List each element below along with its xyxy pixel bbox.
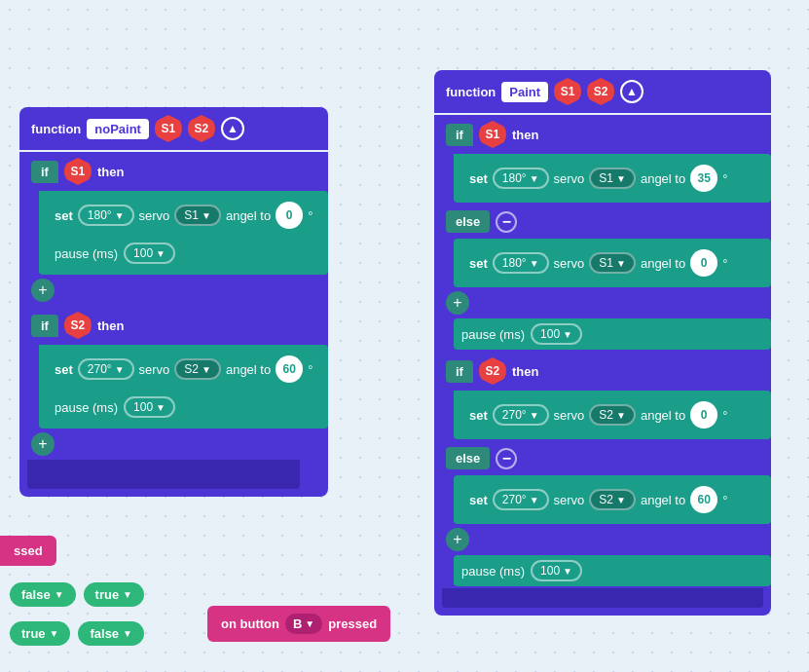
- right-if1-else-row: else −: [434, 205, 771, 239]
- left-if2-servo-dropdown[interactable]: S2 ▼: [174, 358, 221, 380]
- right-if1-else-set-kw: set: [469, 256, 488, 271]
- right-if2-section: if S2 then set 270° ▼ servo S2 ▼ angel: [434, 352, 771, 524]
- right-if1-row: if S1 then: [434, 115, 771, 154]
- right-if2-else-angel-label: angel to: [641, 493, 685, 507]
- left-if2-degree-dropdown[interactable]: 270° ▼: [78, 358, 134, 380]
- right-if2-else-row: else −: [434, 441, 771, 475]
- right-if1-param: S1: [479, 121, 506, 148]
- right-if2-else-set-row: set 270° ▼ servo S2 ▼ angel to 60 °: [461, 481, 763, 518]
- right-fn-name: Paint: [501, 82, 548, 102]
- right-if2-then-value[interactable]: 0: [690, 401, 717, 429]
- left-if1-servo-dropdown[interactable]: S1 ▼: [174, 205, 221, 226]
- left-if2-angel-label: angel to: [226, 362, 271, 377]
- right-fn-collapse-icon: ▲: [626, 85, 638, 98]
- left-if2-pause-dropdown[interactable]: 100 ▼: [124, 396, 175, 418]
- right-if1-then-set-row: set 180° ▼ servo S1 ▼ angel to 35 °: [461, 160, 763, 197]
- left-if1-row: if S1 then: [19, 152, 328, 191]
- true-caret-1: ▼: [123, 589, 132, 600]
- right-if1-then: then: [512, 128, 538, 142]
- left-if1-set-row: set 180° ▼ servo S1 ▼ angel to 0 °: [47, 197, 320, 234]
- on-button-b-label: B: [293, 616, 302, 631]
- right-if1-degree-caret: ▼: [530, 173, 539, 184]
- right-fn-collapse-btn[interactable]: ▲: [620, 80, 644, 103]
- pressed-partial-text: ssed: [14, 543, 43, 558]
- right-if1-else-servo-dropdown[interactable]: S1 ▼: [589, 252, 636, 274]
- right-fn-header: function Paint S1 S2 ▲: [434, 70, 771, 113]
- left-if1-servo-caret: ▼: [202, 210, 211, 221]
- left-if1-unit: °: [308, 208, 313, 223]
- right-if1-else-degree-dropdown[interactable]: 180° ▼: [493, 252, 549, 274]
- left-if1-value[interactable]: 0: [276, 202, 303, 229]
- right-if1-angel-label: angel to: [641, 171, 685, 186]
- right-fn-param-s1: S1: [554, 78, 581, 105]
- left-if1-keyword: if: [31, 161, 58, 183]
- right-pause1-label: pause (ms): [461, 327, 525, 342]
- right-if2-set-kw: set: [469, 408, 488, 423]
- right-if2-servo-dropdown[interactable]: S2 ▼: [589, 404, 636, 426]
- left-function-block: function noPaint S1 S2 ▲ if S1 then set …: [19, 107, 328, 497]
- right-pause1-dropdown[interactable]: 100 ▼: [531, 323, 582, 345]
- on-button-inner[interactable]: on button B ▼ pressed: [207, 606, 390, 642]
- on-button-pressed-label: pressed: [328, 616, 377, 631]
- right-pause1-caret: ▼: [563, 329, 572, 340]
- left-if1-pause-caret: ▼: [156, 248, 165, 259]
- true-block-1[interactable]: true ▼: [84, 582, 144, 607]
- right-if2-else-degree-dropdown[interactable]: 270° ▼: [493, 489, 549, 510]
- left-if2-set-row: set 270° ▼ servo S2 ▼ angel to 60 °: [47, 351, 320, 388]
- right-if1-else-servo-caret: ▼: [616, 258, 626, 269]
- false-caret-1: ▼: [55, 589, 64, 600]
- pressed-partial-block: ssed: [0, 536, 56, 566]
- right-plus-btn-1[interactable]: +: [446, 291, 469, 315]
- left-fn-collapse-btn[interactable]: ▲: [221, 117, 244, 140]
- right-if2-minus-btn[interactable]: −: [496, 448, 517, 469]
- right-if1-else-degree-caret: ▼: [530, 258, 539, 269]
- left-if2-value[interactable]: 60: [276, 355, 303, 383]
- right-if2-servo-label: servo: [554, 408, 585, 423]
- left-fn-param-s2: S2: [188, 115, 215, 142]
- right-fn-label: function: [446, 85, 496, 99]
- right-if2-else-servo-dropdown[interactable]: S2 ▼: [589, 489, 636, 510]
- right-if1-minus-btn[interactable]: −: [496, 211, 517, 233]
- false-label-2: false: [90, 626, 119, 641]
- left-if1-pause-label: pause (ms): [55, 246, 118, 261]
- right-fn-footer: [442, 588, 763, 608]
- false-block-2[interactable]: false ▼: [78, 621, 144, 646]
- false-block-1[interactable]: false ▼: [10, 582, 76, 607]
- right-if2-else-degree-caret: ▼: [530, 495, 539, 505]
- right-pause2-dropdown[interactable]: 100 ▼: [531, 560, 582, 581]
- left-fn-name: noPaint: [87, 119, 149, 139]
- left-if1-pause-row: pause (ms) 100 ▼: [47, 238, 320, 269]
- left-if2-pause-caret: ▼: [156, 402, 165, 413]
- left-plus-btn-2[interactable]: +: [31, 432, 55, 456]
- left-if2-content: set 270° ▼ servo S2 ▼ angel to 60 ° paus: [39, 345, 328, 429]
- right-if1-degree-dropdown[interactable]: 180° ▼: [493, 168, 549, 189]
- right-if1-section: if S1 then set 180° ▼ servo S1 ▼ angel: [434, 115, 771, 287]
- true-block-2[interactable]: true ▼: [10, 621, 70, 646]
- right-if1-else-value[interactable]: 0: [690, 249, 717, 277]
- right-if1-else-angel-label: angel to: [641, 256, 685, 271]
- left-fn-label: function: [31, 122, 81, 136]
- right-if1-then-content: set 180° ▼ servo S1 ▼ angel to 35 °: [454, 154, 771, 203]
- left-plus-btn-1[interactable]: +: [31, 279, 55, 302]
- left-if1-pause-dropdown[interactable]: 100 ▼: [124, 243, 175, 264]
- left-if2-then: then: [97, 318, 124, 333]
- on-button-b-dropdown[interactable]: B ▼: [285, 614, 322, 634]
- right-if1-else-kw: else: [446, 210, 490, 233]
- left-if1-content: set 180° ▼ servo S1 ▼ angel to 0 °: [39, 191, 328, 275]
- right-if2-else-value[interactable]: 60: [690, 486, 717, 513]
- right-if2-degree-dropdown[interactable]: 270° ▼: [493, 404, 549, 426]
- right-if2-degree-caret: ▼: [530, 410, 539, 421]
- right-if1-else-unit: °: [722, 256, 727, 271]
- right-if2-keyword: if: [446, 360, 473, 383]
- right-if1-then-value[interactable]: 35: [690, 165, 717, 192]
- right-plus-btn-2[interactable]: +: [446, 528, 469, 551]
- right-if2-else-content: set 270° ▼ servo S2 ▼ angel to 60 °: [454, 475, 771, 524]
- right-if2-angel-label: angel to: [641, 408, 685, 423]
- right-if2-else-servo-caret: ▼: [616, 495, 626, 505]
- right-pause2-row: pause (ms) 100 ▼: [454, 555, 771, 586]
- left-if1-degree-dropdown[interactable]: 180° ▼: [78, 205, 134, 226]
- right-if1-servo-dropdown[interactable]: S1 ▼: [589, 168, 636, 189]
- left-if2-set-kw: set: [55, 362, 73, 377]
- right-if2-param: S2: [479, 357, 506, 385]
- right-pause2-caret: ▼: [563, 566, 572, 577]
